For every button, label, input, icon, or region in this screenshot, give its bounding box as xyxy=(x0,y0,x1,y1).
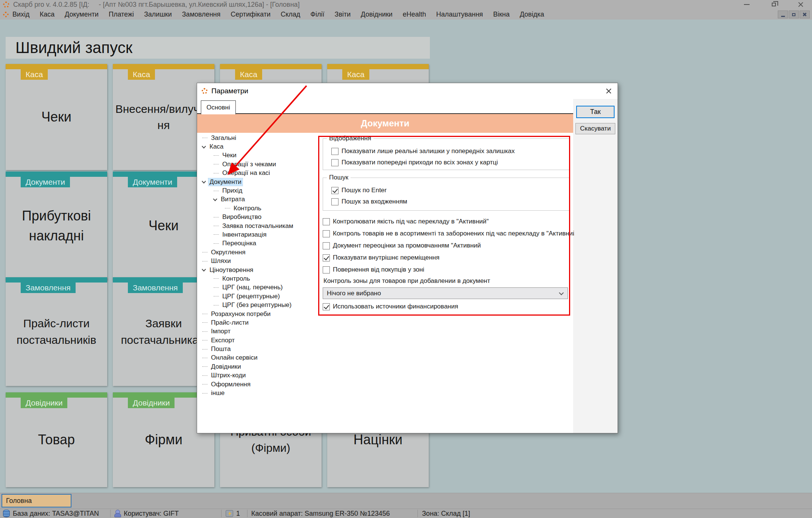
mdi-close-button[interactable] xyxy=(800,11,810,18)
status-item: Зона: Склад [1] xyxy=(422,509,470,518)
tree-item-label[interactable]: Шляхи xyxy=(210,257,232,265)
tree-item-label[interactable]: Прайс-листи xyxy=(210,319,250,327)
tree-connector-icon xyxy=(202,314,208,314)
tree-item: Довідники xyxy=(199,362,320,371)
menu-item-eHealth[interactable]: eHealth xyxy=(403,11,426,18)
tree-item-label[interactable]: Інвентаризація xyxy=(221,231,268,238)
menu-item-Філії[interactable]: Філії xyxy=(310,11,324,18)
tree-connector-icon xyxy=(214,155,219,156)
tree-item-label[interactable]: Пошта xyxy=(210,345,232,353)
menu-item-Довідники[interactable]: Довідники xyxy=(361,11,392,18)
menu-item-Довідка[interactable]: Довідка xyxy=(520,11,544,18)
tree-item-label[interactable]: Контроль xyxy=(232,205,263,212)
tile-category-badge: Каса xyxy=(342,69,369,80)
tree-item-label[interactable]: ЦРГ (нац. перечень) xyxy=(221,284,284,291)
checkbox[interactable] xyxy=(323,242,330,249)
tree-item-label[interactable]: ЦРГ (без рецептурные) xyxy=(221,301,293,309)
tree-item-label[interactable]: Онлайн сервіси xyxy=(210,354,259,362)
tree-item-label[interactable]: Переоцінка xyxy=(221,240,257,247)
tile-category-bar xyxy=(6,277,107,283)
tile[interactable]: ДовідникиТовар xyxy=(6,392,107,487)
checkbox-row: Показувати лише реальні залишки у попере… xyxy=(331,146,569,157)
checkbox[interactable] xyxy=(331,159,338,166)
tree-item-label[interactable]: Довідники xyxy=(210,363,242,371)
checkbox[interactable] xyxy=(323,303,330,310)
checkbox[interactable] xyxy=(323,254,330,261)
mdi-restore-button[interactable] xyxy=(789,11,799,18)
checkbox[interactable] xyxy=(323,230,330,237)
tree-item-label[interactable]: Заявка постачальникам xyxy=(221,222,294,230)
tree-item-label[interactable]: Прихід xyxy=(221,187,243,194)
tile-category-bar xyxy=(220,64,322,69)
tree-item-label[interactable]: Операції з чеками xyxy=(221,161,277,168)
tree-item-label[interactable]: Розрахунок потреби xyxy=(210,310,272,318)
tree-expander-icon[interactable] xyxy=(202,267,206,271)
tile[interactable]: ЗамовленняПрайс-листипостачальників xyxy=(6,277,107,386)
tree-item-label[interactable]: Ціноутворення xyxy=(208,266,254,274)
tree-item-label[interactable]: інше xyxy=(210,389,226,397)
tree-item-label[interactable]: Контроль xyxy=(221,275,251,283)
tree-connector-icon xyxy=(214,234,219,235)
tree-item-label[interactable]: Оформлення xyxy=(210,381,252,388)
tree-expander-icon[interactable] xyxy=(202,179,206,183)
tree-item-label[interactable]: Округлення xyxy=(210,249,247,256)
ok-button[interactable]: Так xyxy=(576,106,615,118)
menu-item-Платежі[interactable]: Платежі xyxy=(109,11,134,18)
menu-item-Сертифікати[interactable]: Сертифікати xyxy=(231,11,270,18)
tile-category-badge: Документи xyxy=(21,177,70,187)
menu-item-Залишки[interactable]: Залишки xyxy=(144,11,172,18)
checkbox[interactable] xyxy=(331,187,338,194)
application-window: Скарб pro v. 4.0.2.85 [ІД: - [Апт №003 п… xyxy=(0,0,812,518)
tile-label: Прибутковінакладні xyxy=(22,206,91,245)
status-bar: База даних: TASA3@TITANКористувач: GIFT1… xyxy=(0,509,812,518)
tree-item-label[interactable]: Документи xyxy=(208,178,243,186)
tree-item-label[interactable]: Виробництво xyxy=(221,213,263,221)
cancel-button[interactable]: Скасувати xyxy=(575,123,615,134)
checkbox-label: Показувати внутрішнє переміщення xyxy=(333,254,439,261)
tab-holovna[interactable]: Головна xyxy=(2,494,71,507)
tree-expander-icon[interactable] xyxy=(202,144,206,148)
tree-expander-icon[interactable] xyxy=(213,197,217,201)
checkbox-label: Контролювати якість під час перекладу в … xyxy=(333,218,489,225)
menu-item-Документи[interactable]: Документи xyxy=(65,11,99,18)
tree-item-label[interactable]: Каса xyxy=(208,143,225,150)
tree-connector-icon xyxy=(202,393,208,393)
dialog-close-icon[interactable] xyxy=(606,88,612,94)
dialog-titlebar: Параметри xyxy=(197,83,618,99)
menu-item-Каса[interactable]: Каса xyxy=(40,11,55,18)
tree-connector-icon xyxy=(214,217,219,217)
tab-osnovni[interactable]: Основні xyxy=(201,100,236,114)
tree-connector-icon xyxy=(214,243,219,244)
tree-item-label[interactable]: Витрата xyxy=(220,196,246,203)
menu-item-Замовлення[interactable]: Замовлення xyxy=(182,11,221,18)
tree-item-label[interactable]: Експорт xyxy=(210,337,236,344)
menu-item-Звіти[interactable]: Звіти xyxy=(335,11,351,18)
window-tab-bar: Головна xyxy=(0,493,812,509)
window-minimize-button[interactable] xyxy=(738,0,755,9)
tree-item-label[interactable]: Загальні xyxy=(210,134,237,142)
tree-item-label[interactable]: ЦРГ (рецептурные) xyxy=(221,293,281,300)
window-close-button[interactable] xyxy=(792,0,809,9)
checkbox[interactable] xyxy=(331,148,338,155)
checkbox[interactable] xyxy=(323,218,330,225)
mdi-minimize-button[interactable] xyxy=(778,11,788,18)
tree-item: ЦРГ (нац. перечень) xyxy=(199,283,320,292)
tile[interactable]: КасаЧеки xyxy=(6,64,107,170)
menu-item-Вихід[interactable]: Вихід xyxy=(12,11,30,18)
tree-item-label[interactable]: Операції на касі xyxy=(221,169,271,177)
menu-item-Склад[interactable]: Склад xyxy=(281,11,300,18)
checkbox[interactable] xyxy=(331,198,338,205)
window-restore-button[interactable] xyxy=(765,0,782,9)
menu-item-Налаштування[interactable]: Налаштування xyxy=(436,11,483,18)
status-text: Користувач: GIFT xyxy=(124,510,179,518)
checkbox[interactable] xyxy=(323,266,330,273)
tree-item-label[interactable]: Штрих-коди xyxy=(210,372,247,379)
tile[interactable]: ДокументиПрибутковінакладні xyxy=(6,172,107,280)
tree-item-label[interactable]: Чеки xyxy=(221,152,238,159)
checkbox-label: Документ переоцінки за промовчанням "Акт… xyxy=(333,242,481,249)
group-search-items: Пошук по EnterПошук за входженням xyxy=(323,178,569,207)
parameters-dialog: Параметри Так Скасувати Основні Документ… xyxy=(197,83,618,433)
tree-item-label[interactable]: Імпорт xyxy=(210,328,232,335)
zone-control-dropdown[interactable]: Нічого не вибрано xyxy=(323,287,568,299)
menu-item-Вікна[interactable]: Вікна xyxy=(493,11,510,18)
